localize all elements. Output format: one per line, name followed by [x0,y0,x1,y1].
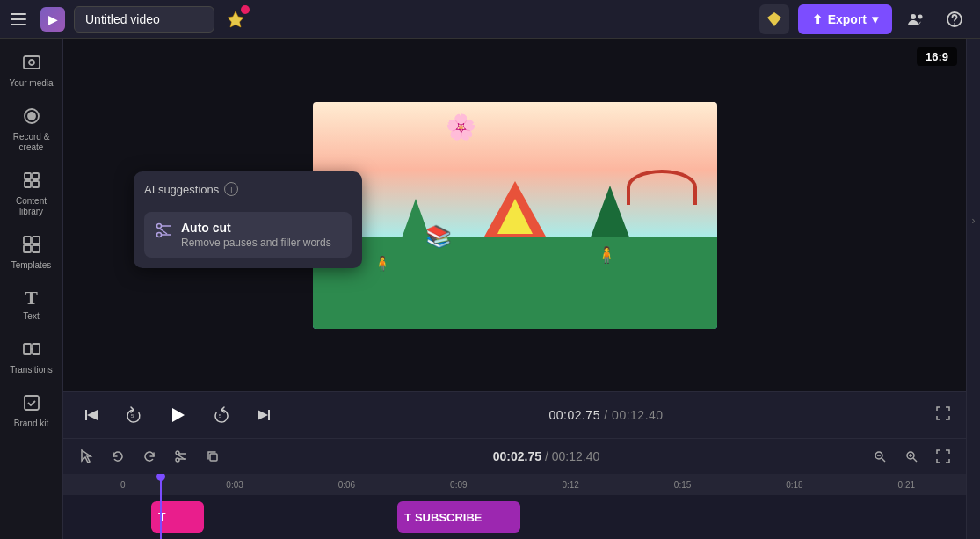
upgrade-button[interactable] [759,4,789,34]
auto-cut-item[interactable]: Auto cut Remove pauses and filler words [144,212,352,258]
svg-rect-32 [268,410,270,420]
video-preview: 16:9 🌸 📚 [63,39,966,391]
cut-button[interactable] [169,444,193,469]
center-area: 16:9 🌸 📚 [63,39,966,539]
auto-cut-content: Auto cut Remove pauses and filler words [181,221,331,249]
timeline-select-tool[interactable] [74,444,98,469]
export-upload-icon: ⬆ [812,12,823,26]
svg-rect-18 [33,245,40,252]
svg-point-22 [157,224,162,229]
timeline-clip-subscribe[interactable]: T SUBSCRIBE [397,501,520,533]
svg-rect-13 [25,181,31,187]
sidebar-item-content-library[interactable]: Content library [4,164,60,224]
clip-subscribe-t-icon: T [404,511,411,524]
record-icon [22,106,41,128]
timeline-clip-t[interactable]: T [151,501,204,533]
svg-text:5: 5 [219,413,222,419]
video-canvas: 🌸 📚 🧍 🧍 [313,102,717,329]
ruler-mark-6: 0:06 [291,480,403,490]
svg-line-44 [913,458,917,462]
clip-t-label: T [158,510,166,524]
topbar: ▶ ⬆ Export ▾ [0,0,980,39]
right-panel-collapse[interactable]: › [966,39,980,539]
sidebar-item-templates[interactable]: Templates [4,228,60,278]
svg-rect-16 [33,237,40,244]
help-icon-button[interactable] [940,4,969,34]
ruler-mark-21: 0:21 [851,480,962,490]
books-decoration: 📚 [425,224,452,249]
sidebar: Your media Record & create Content lib [0,39,63,539]
timeline-tracks: T T SUBSCRIBE [63,495,966,539]
timeline-area: 00:02.75 / 00:12.40 [63,438,966,539]
sidebar-item-record-create[interactable]: Record & create [4,99,60,160]
ruler-mark-3: 0:03 [178,480,290,490]
transitions-icon [22,339,41,361]
svg-rect-20 [33,344,40,354]
timeline-toolbar: 00:02.75 / 00:12.40 [63,439,966,474]
person1-decoration: 🧍 [374,255,391,272]
person2-decoration: 🧍 [597,245,616,265]
menu-icon[interactable] [11,13,32,25]
export-dropdown-icon: ▾ [872,12,878,26]
current-time-display: 00:02.75 / 00:12.40 [548,408,663,422]
templates-icon [22,235,41,257]
ai-suggestions-popup: AI suggestions i Auto cut [134,171,362,268]
ruler-mark-18: 0:18 [738,480,850,490]
people-icon-button[interactable] [901,4,931,34]
your-media-icon [22,53,41,75]
zoom-in-button[interactable] [899,444,924,469]
fit-timeline-button[interactable] [931,444,955,469]
video-title-input[interactable] [74,6,214,33]
auto-cut-icon [155,222,172,244]
brand-kit-icon [22,393,41,415]
skip-to-end-button[interactable] [250,401,278,429]
svg-rect-12 [33,173,39,179]
scene-bridge-decoration [627,170,697,205]
fullscreen-button[interactable] [934,404,952,426]
sidebar-item-your-media[interactable]: Your media [4,46,60,96]
svg-rect-21 [25,396,39,410]
sidebar-item-text[interactable]: T Text [4,281,60,329]
svg-text:5: 5 [131,413,134,419]
main-layout: Your media Record & create Content lib [0,39,980,539]
ruler-mark-9: 0:09 [403,480,514,490]
svg-marker-28 [87,410,98,420]
svg-marker-30 [172,408,185,422]
duplicate-clip-button[interactable] [200,444,225,469]
content-library-icon [22,171,41,193]
svg-rect-15 [24,237,31,244]
rewind-5s-button[interactable]: 5 [120,401,148,429]
ai-suggestions-header: AI suggestions i [144,182,352,203]
svg-marker-33 [258,410,268,420]
skip-to-start-button[interactable] [77,401,105,429]
sidebar-item-transitions[interactable]: Transitions [4,332,60,382]
timeline-current-time: 00:02.75 / 00:12.40 [493,449,599,463]
svg-point-10 [28,113,35,120]
scene-ground-decoration [313,237,717,328]
zoom-out-button[interactable] [867,444,892,469]
export-button[interactable]: ⬆ Export ▾ [798,4,892,34]
ruler-mark-12: 0:12 [515,480,627,490]
ruler-marks: 0 0:03 0:06 0:09 0:12 0:15 0:18 0:21 [67,480,962,490]
svg-point-3 [911,14,916,19]
svg-rect-11 [25,173,31,179]
svg-rect-14 [33,181,39,187]
sidebar-item-brand-kit[interactable]: Brand kit [4,386,60,436]
svg-point-23 [157,233,162,237]
text-icon: T [25,288,38,308]
app-icon: ▶ [40,7,65,32]
svg-rect-27 [85,410,87,420]
playback-controls: 5 5 [63,391,966,438]
play-button[interactable] [162,399,193,431]
undo-button[interactable] [105,444,130,469]
aspect-ratio-badge: 16:9 [917,47,957,66]
ruler-mark-15: 0:15 [627,480,738,490]
svg-point-1 [241,5,250,14]
svg-point-6 [954,23,955,25]
redo-button[interactable] [137,444,162,469]
svg-marker-2 [767,12,781,26]
timeline-ruler: 0 0:03 0:06 0:09 0:12 0:15 0:18 0:21 [63,474,966,495]
ai-info-icon[interactable]: i [224,182,238,196]
forward-5s-button[interactable]: 5 [207,401,236,429]
scene-flower-decoration: 🌸 [446,113,476,142]
